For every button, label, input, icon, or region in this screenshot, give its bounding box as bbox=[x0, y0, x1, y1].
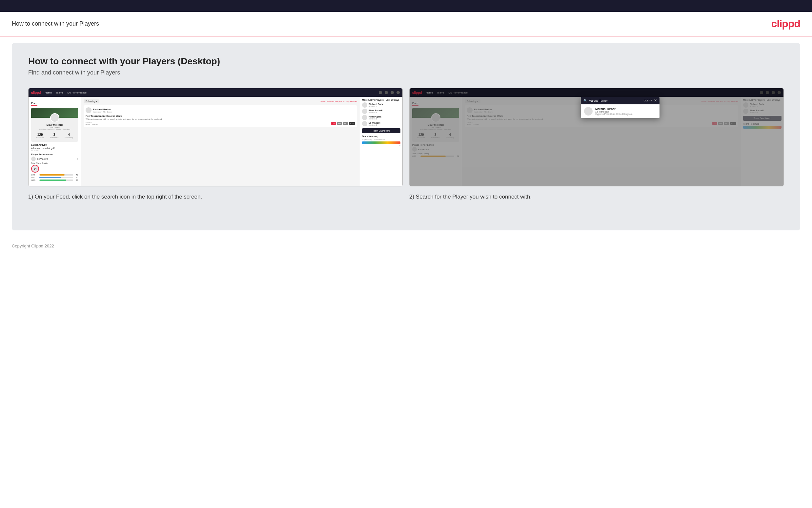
screenshot-1: clippd Home Teams My Performance bbox=[28, 88, 403, 186]
heatmap-bar bbox=[362, 141, 400, 144]
profile-avatar bbox=[50, 113, 59, 122]
post-author-info: Richard Butler Yesterday · The Grove bbox=[93, 108, 112, 113]
copyright-text: Copyright Clippd 2022 bbox=[12, 244, 54, 248]
post-card: Richard Butler Yesterday · The Grove Pre… bbox=[84, 105, 357, 127]
feed-tab[interactable]: Feed bbox=[31, 102, 37, 106]
heatmap-sub: Player Quality · 20 Round Trend bbox=[362, 138, 400, 140]
tag-app: APP bbox=[337, 122, 342, 125]
post-tags: OTT APP ARG PUTT bbox=[331, 122, 355, 125]
profile-card: Blair McHarg Golf Coach Mill Ride Golf C… bbox=[31, 108, 78, 142]
heatmap-scale bbox=[362, 141, 400, 144]
search-result-avatar bbox=[584, 107, 592, 116]
following-row: Following ▾ Control who can see your act… bbox=[84, 99, 357, 103]
heatmap-labels: -5 +5 bbox=[362, 145, 400, 147]
stat-followers: 3 Followers bbox=[50, 133, 59, 138]
footer: Copyright Clippd 2022 bbox=[0, 237, 812, 255]
app-right-panel-1: Most Active Players · Last 30 days Richa… bbox=[360, 97, 402, 186]
search-popup: 🔍 Marcus Turner CLEAR ✕ Marcus Turner 1.… bbox=[581, 97, 660, 118]
tag-ott: OTT bbox=[331, 122, 336, 125]
nav-right bbox=[379, 91, 400, 94]
step-1-desc: 1) On your Feed, click on the search ico… bbox=[28, 193, 403, 201]
active-player-1: Richard Butler Activities: 7 bbox=[362, 102, 400, 108]
nav-performance[interactable]: My Performance bbox=[67, 91, 87, 94]
active-av-2 bbox=[362, 109, 367, 114]
nav-teams[interactable]: Teams bbox=[56, 91, 64, 94]
active-av-1 bbox=[362, 102, 367, 108]
main-title: How to connect with your Players (Deskto… bbox=[28, 56, 784, 67]
control-link[interactable]: Control who can see your activity and da… bbox=[320, 100, 357, 102]
app-feed-1: Following ▾ Control who can see your act… bbox=[81, 97, 360, 186]
latest-activity-date: 27 Jul 2022 bbox=[31, 149, 78, 151]
profile-name: Blair McHarg bbox=[33, 123, 76, 126]
step-2-desc: 2) Search for the Player you wish to con… bbox=[409, 193, 784, 201]
app-logo-1: clippd bbox=[31, 91, 41, 94]
screenshot-1-container: clippd Home Teams My Performance bbox=[28, 88, 403, 201]
post-title: Pre Tournament Course Walk bbox=[86, 115, 355, 118]
quality-label: Total Player Quality bbox=[31, 162, 78, 164]
quality-arg: ARG 84 bbox=[31, 179, 78, 181]
header: How to connect with your Players clippd bbox=[0, 12, 812, 36]
logo: clippd bbox=[771, 18, 800, 30]
active-player-3: Hiral Pujara Activities: 3 bbox=[362, 115, 400, 120]
quality-ott: OTT 79 bbox=[31, 174, 78, 176]
heatmap-title: Team Heatmap bbox=[362, 135, 400, 137]
player-av bbox=[31, 157, 36, 161]
search-result-item[interactable]: Marcus Turner 1.5 Handicap Cypress Point… bbox=[581, 104, 660, 118]
profile-club: Mill Ride Golf Club, United Kingdom bbox=[33, 128, 76, 130]
page-title: How to connect with your Players bbox=[12, 20, 99, 27]
screenshots-row: clippd Home Teams My Performance bbox=[28, 88, 784, 201]
dropdown-arrow[interactable]: ▾ bbox=[77, 158, 78, 161]
active-av-4 bbox=[362, 121, 367, 126]
avatar-icon[interactable] bbox=[396, 91, 400, 94]
app-body-1: Feed Blair McHarg Golf Coach Mill Ride G… bbox=[29, 97, 402, 186]
post-header: Richard Butler Yesterday · The Grove bbox=[86, 107, 355, 113]
team-dashboard-btn[interactable]: Team Dashboard bbox=[362, 128, 400, 133]
search-close-btn[interactable]: ✕ bbox=[654, 98, 657, 103]
latest-activity-label: Latest Activity bbox=[31, 144, 78, 146]
nav-home[interactable]: Home bbox=[45, 91, 51, 94]
tag-putt: PUTT bbox=[349, 122, 355, 125]
stat-activities: 129 Activities bbox=[36, 133, 44, 138]
app-sidebar-1: Feed Blair McHarg Golf Coach Mill Ride G… bbox=[29, 97, 81, 186]
search-result-handicap: 1.5 Handicap bbox=[595, 111, 633, 113]
post-author-avatar bbox=[86, 107, 92, 113]
search-clear-btn[interactable]: CLEAR bbox=[643, 99, 652, 102]
search-bar: 🔍 Marcus Turner CLEAR ✕ bbox=[581, 97, 660, 104]
main-subtitle: Find and connect with your Players bbox=[28, 69, 784, 76]
following-btn[interactable]: Following ▾ bbox=[84, 99, 99, 103]
stat-following: 4 Following bbox=[64, 133, 73, 138]
settings-icon[interactable] bbox=[391, 91, 394, 94]
latest-activity-name: Afternoon round of golf bbox=[31, 147, 78, 149]
top-bar bbox=[0, 0, 812, 12]
post-desc: Walking the course with my coach to buil… bbox=[86, 118, 355, 120]
post-footer: Duration 02 hr : 00 min OTT APP ARG PUTT bbox=[86, 121, 355, 125]
screenshot-2: clippd Home Teams My Performance bbox=[409, 88, 784, 186]
player-perf-label: Player Performance bbox=[31, 153, 78, 156]
tag-arg: ARG bbox=[343, 122, 348, 125]
quality-app: APP 70 bbox=[31, 176, 78, 178]
search-icon-popup: 🔍 bbox=[583, 99, 587, 102]
screenshot-2-container: clippd Home Teams My Performance bbox=[409, 88, 784, 201]
post-duration: Duration 02 hr : 00 min bbox=[86, 121, 98, 125]
quality-score: 84 bbox=[31, 165, 39, 173]
user-icon[interactable] bbox=[385, 91, 388, 94]
search-result-name: Marcus Turner bbox=[595, 107, 633, 111]
app-mockup-1: clippd Home Teams My Performance bbox=[29, 88, 402, 186]
search-icon[interactable] bbox=[379, 91, 382, 94]
app-nav-1: clippd Home Teams My Performance bbox=[29, 88, 402, 97]
active-player-4: Eli Vincent Activities: 1 bbox=[362, 121, 400, 126]
player-selector-row: Eli Vincent ▾ bbox=[31, 157, 78, 161]
profile-stats: 129 Activities 3 Followers 4 bbox=[33, 132, 76, 140]
quality-score-row: 84 bbox=[31, 165, 78, 173]
search-result-club: Cypress Point Club, United Kingdom bbox=[595, 113, 633, 115]
active-players-title: Most Active Players · Last 30 days bbox=[362, 99, 400, 101]
search-query-text: Marcus Turner bbox=[589, 99, 642, 102]
active-player-2: Piers Parnell Activities: 4 bbox=[362, 109, 400, 114]
active-av-3 bbox=[362, 115, 367, 120]
main-content: How to connect with your Players (Deskto… bbox=[12, 43, 800, 230]
search-result-info: Marcus Turner 1.5 Handicap Cypress Point… bbox=[595, 107, 633, 115]
player-name-display: Eli Vincent bbox=[37, 158, 48, 160]
